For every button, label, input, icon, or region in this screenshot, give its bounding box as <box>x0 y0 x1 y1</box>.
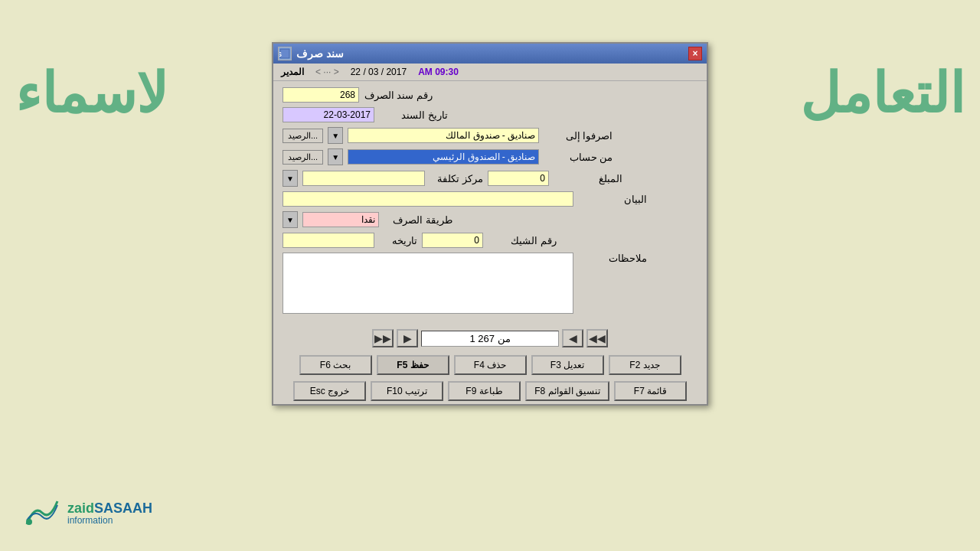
svg-text:S: S <box>279 51 282 58</box>
notes-row: ملاحظات <box>283 253 697 314</box>
list-button[interactable]: قائمة F7 <box>614 381 687 401</box>
info-bar: AM 09:30 2017 / 03 / 22 < ··· > المدير <box>273 64 707 81</box>
print-button[interactable]: طباعة F9 <box>448 381 521 401</box>
exit-button[interactable]: خروج Esc <box>293 381 366 401</box>
nav-first-button[interactable]: ◀◀ <box>586 329 608 347</box>
transfer-to-dropdown[interactable]: ▼ <box>328 127 343 144</box>
from-account-dropdown[interactable]: ▼ <box>328 148 343 165</box>
cheque-label: رقم الشيك <box>488 235 557 246</box>
dialog-window: × سند صرف S AM 09:30 2017 / 03 / 22 < ··… <box>272 42 708 406</box>
payment-method-input[interactable] <box>302 212 379 227</box>
cost-center-dropdown[interactable]: ▼ <box>283 170 298 187</box>
from-account-input[interactable] <box>348 149 539 165</box>
svg-point-0 <box>26 519 32 525</box>
from-account-row: من حساب ▼ ...الرصيد <box>283 148 697 165</box>
manager-label: المدير <box>281 67 304 77</box>
amount-cost-row: المبلغ مركز تكلفة ▼ <box>283 170 697 187</box>
date-display: 2017 / 03 / 22 <box>351 67 407 77</box>
delete-button[interactable]: حذف F4 <box>454 355 527 375</box>
save-button[interactable]: حفظ F5 <box>377 355 449 375</box>
transfer-to-row: اصرفوا إلى ▼ ...الرصيد <box>283 127 697 144</box>
bayan-label: البيان <box>578 194 647 205</box>
search-button[interactable]: بحث F6 <box>299 355 372 375</box>
cost-center-input[interactable] <box>302 171 425 186</box>
background-text-left: لاسماء <box>15 61 168 126</box>
cheque-row: رقم الشيك تاريخه <box>283 233 697 248</box>
close-button[interactable]: × <box>688 47 702 60</box>
edit-button[interactable]: تعديل F3 <box>531 355 604 375</box>
date-input[interactable] <box>283 107 374 122</box>
nav-position-display: 1 من 267 <box>421 331 559 347</box>
dialog-title: سند صرف S <box>278 47 344 60</box>
nav-next-button[interactable]: ▶ <box>397 329 418 347</box>
transfer-to-input[interactable] <box>348 128 539 143</box>
logo-sub: information <box>67 515 152 526</box>
from-account-balance-button[interactable]: ...الرصيد <box>283 150 323 165</box>
nav-prev-button[interactable]: ◀ <box>562 329 583 347</box>
payment-method-label: طريقة الصرف <box>384 214 452 226</box>
cheque-date-label: تاريخه <box>379 235 417 246</box>
voucher-number-row: رقم سند الصرف <box>283 87 697 103</box>
time-display: AM 09:30 <box>418 67 459 77</box>
title-bar: × سند صرف S <box>273 44 707 64</box>
payment-method-row: طريقة الصرف ▼ <box>283 211 697 228</box>
transfer-to-label: اصرفوا إلى <box>544 130 612 142</box>
background-text-right: التعامل <box>800 61 965 126</box>
buttons-row-2: خروج Esc ترتيب F10 طباعة F9 تنسيق القوائ… <box>273 378 707 404</box>
new-button[interactable]: جديد F2 <box>609 355 681 375</box>
logo: zaidSASAAH information <box>23 497 152 528</box>
cheque-date-input[interactable] <box>283 233 374 248</box>
amount-input[interactable] <box>488 171 549 186</box>
notes-textarea[interactable] <box>283 253 573 314</box>
navigation-bar: ▶▶ ▶ 1 من 267 ◀ ◀◀ <box>273 324 707 352</box>
buttons-row-1: بحث F6 حفظ F5 حذف F4 تعديل F3 جديد F2 <box>273 352 707 378</box>
cost-center-label: مركز تكلفة <box>430 173 483 184</box>
date-row: تاريخ السند <box>283 107 697 122</box>
bayan-input[interactable] <box>283 191 573 207</box>
format-button[interactable]: تنسيق القوائم F8 <box>525 381 609 401</box>
cheque-number-input[interactable] <box>422 233 483 248</box>
amount-label: المبلغ <box>554 173 622 184</box>
nav-last-button[interactable]: ▶▶ <box>372 329 394 347</box>
logo-brand: zaidSASAAH <box>67 500 152 517</box>
title-icon: S <box>278 47 292 60</box>
nav-display: < ··· > <box>315 67 339 77</box>
payment-method-dropdown[interactable]: ▼ <box>283 211 298 228</box>
from-account-label: من حساب <box>544 152 612 163</box>
bayan-row: البيان <box>283 191 697 207</box>
date-label: تاريخ السند <box>379 109 448 121</box>
arrange-button[interactable]: ترتيب F10 <box>371 381 443 401</box>
form-content: رقم سند الصرف تاريخ السند اصرفوا إلى ▼ .… <box>273 81 707 324</box>
voucher-number-label: رقم سند الصرف <box>364 90 433 101</box>
notes-label: ملاحظات <box>578 253 647 264</box>
transfer-to-balance-button[interactable]: ...الرصيد <box>283 129 323 143</box>
voucher-number-input[interactable] <box>283 87 359 103</box>
